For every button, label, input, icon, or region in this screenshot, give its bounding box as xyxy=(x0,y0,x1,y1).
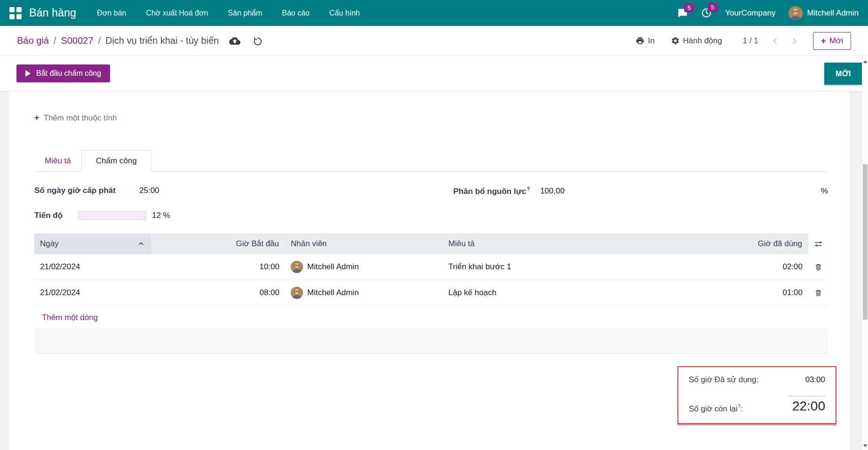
new-state-ribbon: MỚI xyxy=(824,63,862,85)
column-header-date[interactable]: Ngày xyxy=(34,233,151,254)
vertical-scrollbar[interactable] xyxy=(862,56,868,450)
scrollbar-thumb[interactable] xyxy=(863,164,868,320)
allocated-hours-label: Số ngày giờ cấp phát xyxy=(34,186,139,195)
cell-start[interactable]: 08:00 xyxy=(151,288,285,297)
scrollbar-up-arrow[interactable] xyxy=(863,60,867,63)
form-statusbar: Bắt đầu chấm công MỚI xyxy=(0,56,868,91)
printer-icon xyxy=(636,36,645,45)
add-line-row: Thêm một dòng xyxy=(34,306,828,329)
start-timesheet-button[interactable]: Bắt đầu chấm công xyxy=(16,64,110,82)
hours-remaining-value: 22:00 xyxy=(792,399,825,414)
table-row[interactable]: 21/02/2024 10:00 Mitchell Admin Triển kh… xyxy=(34,254,828,280)
app-title[interactable]: Bán hàng xyxy=(29,7,76,19)
notebook-tabs: Miêu tả Chấm công xyxy=(34,149,828,172)
page-background: + Thêm một thuộc tính Miêu tả Chấm công … xyxy=(0,91,868,450)
menu-configuration[interactable]: Cấu hình xyxy=(328,6,361,20)
progress-label: Tiến độ xyxy=(34,211,78,220)
pager-previous-icon[interactable] xyxy=(771,36,780,46)
employee-avatar xyxy=(291,261,303,273)
play-icon xyxy=(25,70,31,77)
add-line-link[interactable]: Thêm một dòng xyxy=(34,313,98,322)
tab-timesheets[interactable]: Chấm công xyxy=(81,150,151,172)
cell-description[interactable]: Lập kế hoạch xyxy=(443,288,664,297)
top-navbar: Bán hàng Đơn bán Chờ xuất Hoá đơn Sản ph… xyxy=(0,0,868,26)
odoo-sales-window: Bán hàng Đơn bán Chờ xuất Hoá đơn Sản ph… xyxy=(0,0,868,450)
cell-duration[interactable]: 01:00 xyxy=(664,288,808,297)
save-cloud-icon[interactable] xyxy=(229,35,240,47)
delete-row-icon[interactable] xyxy=(814,289,822,297)
discard-undo-icon[interactable] xyxy=(253,36,263,46)
cell-date[interactable]: 21/02/2024 xyxy=(34,288,151,297)
action-label: Hành động xyxy=(683,36,722,46)
cell-employee[interactable]: Mitchell Admin xyxy=(285,287,443,299)
hours-remaining-label: Số giờ còn lại?: xyxy=(689,403,743,414)
scrollbar-down-arrow[interactable] xyxy=(863,444,867,447)
control-panel: Báo giá / S00027 / Dịch vụ triển khai - … xyxy=(0,26,868,56)
empty-row xyxy=(34,329,828,354)
new-button[interactable]: + Mới xyxy=(813,32,851,50)
breadcrumb-order[interactable]: S00027 xyxy=(61,35,93,46)
messages-button[interactable]: 5 xyxy=(677,8,688,18)
menu-orders[interactable]: Đơn bán xyxy=(96,6,127,20)
user-avatar xyxy=(788,6,803,20)
help-marker: ? xyxy=(526,186,530,192)
print-button[interactable]: In xyxy=(636,36,654,46)
hours-used-label: Số giờ Đã sử dụng: xyxy=(689,375,758,385)
menu-reporting[interactable]: Báo cáo xyxy=(281,6,311,20)
activities-count-badge: 5 xyxy=(708,3,717,12)
user-menu[interactable]: Mitchell Admin xyxy=(788,6,859,20)
menu-products[interactable]: Sản phẩm xyxy=(227,6,263,20)
employee-avatar xyxy=(291,287,303,299)
list-header: Ngày Giờ Bắt đầu Nhân viên Miêu tả Giờ đ… xyxy=(34,233,828,254)
company-switcher[interactable]: YourCompany xyxy=(725,8,775,18)
plus-icon: + xyxy=(821,36,826,46)
action-menu-button[interactable]: Hành động xyxy=(671,36,722,46)
breadcrumb-current: Dịch vụ triển khai - tùy biến xyxy=(105,35,219,46)
cell-date[interactable]: 21/02/2024 xyxy=(34,262,151,272)
apps-menu-icon[interactable] xyxy=(9,7,22,19)
percent-suffix: % xyxy=(821,186,828,196)
delete-row-icon[interactable] xyxy=(814,263,822,271)
tab-description[interactable]: Miêu tả xyxy=(34,151,81,171)
start-timesheet-label: Bắt đầu chấm công xyxy=(36,69,101,78)
hours-used-value: 03:00 xyxy=(805,375,825,385)
cell-description[interactable]: Triển khai bước 1 xyxy=(443,262,664,272)
total-divider xyxy=(788,396,825,396)
menu-to-invoice[interactable]: Chờ xuất Hoá đơn xyxy=(145,6,209,20)
form-sheet: + Thêm một thuộc tính Miêu tả Chấm công … xyxy=(9,91,849,450)
breadcrumb: Báo giá / S00027 / Dịch vụ triển khai - … xyxy=(17,35,219,46)
new-button-label: Mới xyxy=(829,36,843,46)
user-name: Mitchell Admin xyxy=(807,8,859,18)
allocated-hours-value[interactable]: 25:00 xyxy=(139,186,159,195)
main-menu: Đơn bán Chờ xuất Hoá đơn Sản phẩm Báo cá… xyxy=(96,6,361,20)
sort-asc-icon xyxy=(137,240,145,248)
progress-bar xyxy=(78,211,146,220)
progress-value: 12 % xyxy=(152,211,170,220)
cell-employee[interactable]: Mitchell Admin xyxy=(285,261,443,273)
pager-next-icon[interactable] xyxy=(789,36,799,46)
cell-start[interactable]: 10:00 xyxy=(151,262,285,272)
add-property-link[interactable]: + Thêm một thuộc tính xyxy=(34,113,117,123)
plus-icon: + xyxy=(34,113,40,123)
hours-summary-box: Số giờ Đã sử dụng: 03:00 Số giờ còn lại?… xyxy=(677,366,836,424)
pager-value: 1 / 1 xyxy=(743,36,758,46)
column-header-employee[interactable]: Nhân viên xyxy=(285,233,443,254)
column-header-duration[interactable]: Giờ đã dùng xyxy=(664,233,808,254)
cell-duration[interactable]: 02:00 xyxy=(664,262,808,272)
employee-name: Mitchell Admin xyxy=(307,288,359,297)
print-label: In xyxy=(648,36,654,46)
employee-name: Mitchell Admin xyxy=(307,262,359,272)
activities-button[interactable]: 5 xyxy=(701,8,712,18)
column-header-start[interactable]: Giờ Bắt đầu xyxy=(151,233,285,254)
breadcrumb-separator: / xyxy=(54,35,56,46)
timesheet-list: Ngày Giờ Bắt đầu Nhân viên Miêu tả Giờ đ… xyxy=(34,233,828,354)
resource-allocation-value[interactable]: 100,00 xyxy=(540,186,565,196)
breadcrumb-quotations[interactable]: Báo giá xyxy=(17,35,49,46)
messages-count-badge: 5 xyxy=(684,3,694,12)
breadcrumb-separator: / xyxy=(98,35,101,46)
optional-columns-button[interactable] xyxy=(808,233,828,254)
resource-allocation-label: Phân bổ nguồn lực? xyxy=(454,186,530,196)
column-header-description[interactable]: Miêu tả xyxy=(443,233,664,254)
gear-icon xyxy=(671,36,680,45)
table-row[interactable]: 21/02/2024 08:00 Mitchell Admin Lập kế h… xyxy=(34,280,828,306)
